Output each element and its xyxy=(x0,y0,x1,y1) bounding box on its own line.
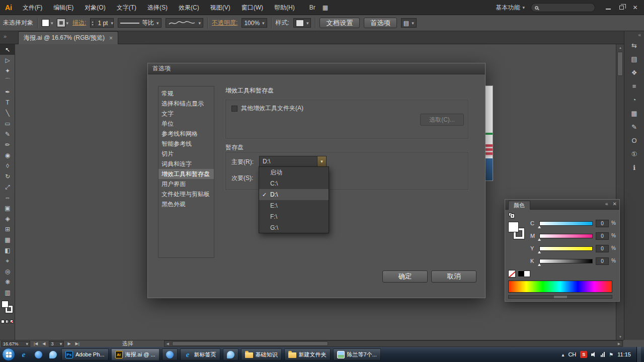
quick-launch-messenger-icon[interactable] xyxy=(32,348,44,360)
rotate-tool[interactable]: ↻ xyxy=(0,171,15,182)
next-artboard-button[interactable]: ▶ xyxy=(66,341,71,346)
graphic-styles-panel-icon[interactable]: ❖ xyxy=(624,66,644,79)
stroke-weight-stepper[interactable]: ▴▾ 1 pt ▾ xyxy=(90,18,114,28)
stroke-panel-link[interactable]: 描边: xyxy=(72,19,86,27)
category-selection-anchor[interactable]: 选择和锚点显示 xyxy=(158,99,214,109)
option-startup[interactable]: 启动 xyxy=(259,167,329,178)
action-center-flag-icon[interactable]: ⚑ xyxy=(609,352,613,357)
fill-proxy-swatch[interactable] xyxy=(508,222,519,232)
expand-dock-icon[interactable]: « xyxy=(624,31,644,39)
direct-selection-tool[interactable]: ▷ xyxy=(0,55,15,65)
black-slider[interactable] xyxy=(539,259,593,263)
style-select[interactable]: ▾ xyxy=(293,18,311,28)
scroll-left-icon[interactable]: ◀ xyxy=(165,342,171,346)
stroke-panel-icon[interactable]: ≡ xyxy=(624,79,644,93)
yellow-value-field[interactable]: 0 xyxy=(596,245,609,252)
cyan-slider[interactable] xyxy=(539,221,593,226)
horizontal-scroll-thumb[interactable] xyxy=(172,341,328,346)
menu-item-view[interactable]: 视图(V) xyxy=(205,0,236,15)
menu-item-effect[interactable]: 效果(C) xyxy=(173,0,205,15)
horizontal-scrollbar[interactable]: ◀ ▶ xyxy=(164,340,623,347)
color-panel-tab[interactable]: 颜色 xyxy=(508,201,530,210)
taskbar-button-new-folder[interactable]: 新建文件夹 xyxy=(284,348,331,360)
appearance-panel-icon[interactable]: ✎ xyxy=(624,120,644,134)
gradient-tool[interactable]: ◧ xyxy=(0,245,15,255)
option-drive-d[interactable]: ✓ D:\ xyxy=(259,189,329,200)
minimize-button[interactable] xyxy=(601,3,615,13)
column-graph-tool[interactable]: ▥ xyxy=(0,287,15,298)
category-type[interactable]: 文字 xyxy=(158,109,214,119)
panel-scrollbar[interactable] xyxy=(508,295,612,299)
menu-item-type[interactable]: 文字(T) xyxy=(111,0,142,15)
scale-tool[interactable]: ⤢ xyxy=(0,182,15,192)
start-button[interactable] xyxy=(2,348,15,361)
magenta-value-field[interactable]: 0 xyxy=(596,232,609,240)
default-colors-icon[interactable] xyxy=(509,213,516,218)
taskbar-clock[interactable]: 11:15 xyxy=(617,351,631,357)
show-desktop-button[interactable] xyxy=(636,347,641,362)
collapse-panels-icon[interactable]: » xyxy=(4,33,7,39)
option-drive-e[interactable]: E:\ xyxy=(259,200,329,211)
document-setup-button[interactable]: 文档设置 xyxy=(319,18,359,28)
cyan-slider-thumb[interactable] xyxy=(538,226,541,228)
fill-stroke-widget[interactable] xyxy=(0,300,15,318)
layers-panel-icon[interactable]: ▤ xyxy=(624,52,644,66)
menu-item-select[interactable]: 选择(S) xyxy=(142,0,173,15)
chevron-down-icon[interactable]: ▾ xyxy=(317,156,326,166)
variables-panel-icon[interactable]: ① xyxy=(624,147,644,161)
quick-launch-ie-icon[interactable]: e xyxy=(18,348,30,360)
first-artboard-button[interactable]: |◀ xyxy=(33,341,39,346)
scroll-down-icon[interactable]: ▾ xyxy=(616,333,624,340)
arrange-documents-icon[interactable]: ▦ xyxy=(323,4,328,11)
other-plugins-checkbox[interactable] xyxy=(231,106,237,112)
eyedropper-tool[interactable]: ⌖ xyxy=(0,255,15,266)
category-hyphenation[interactable]: 词典和连字 xyxy=(158,159,214,169)
symbols-panel-icon[interactable]: ▦ xyxy=(624,107,644,120)
yellow-slider[interactable] xyxy=(539,246,593,251)
line-segment-tool[interactable]: ╲ xyxy=(0,108,15,118)
dialog-title-bar[interactable]: 首选项 xyxy=(148,63,485,74)
none-swatch[interactable] xyxy=(508,270,516,278)
category-guides-grid[interactable]: 参考线和网格 xyxy=(158,129,214,139)
tab-close-icon[interactable]: × xyxy=(109,35,113,42)
eraser-tool[interactable]: ◊ xyxy=(0,160,15,171)
taskbar-button-photoshop[interactable]: Ps Adobe Ph... xyxy=(61,348,109,360)
input-language-indicator[interactable]: CH xyxy=(568,351,576,357)
primary-disk-select[interactable]: D:\ ▾ xyxy=(259,156,327,167)
quick-launch-bird-icon[interactable] xyxy=(47,348,59,360)
white-swatch[interactable] xyxy=(524,270,530,277)
zoom-level-select[interactable]: 16.67% ▾ xyxy=(1,341,30,347)
category-plugins-scratch-disks[interactable]: 增效工具和暂存盘 xyxy=(158,169,214,179)
type-tool[interactable]: T xyxy=(0,97,15,108)
scroll-right-icon[interactable]: ▶ xyxy=(616,342,622,346)
blend-tool[interactable]: ◎ xyxy=(0,266,15,277)
perspective-grid-tool[interactable]: ⊞ xyxy=(0,224,15,234)
category-user-interface[interactable]: 用户界面 xyxy=(158,179,214,189)
taskbar-button-bird[interactable] xyxy=(223,348,238,360)
category-file-clipboard[interactable]: 文件处理与剪贴板 xyxy=(158,189,214,199)
black-value-field[interactable]: 0 xyxy=(596,257,609,265)
close-panel-icon[interactable]: ✕ xyxy=(613,201,617,207)
close-button[interactable]: ✕ xyxy=(628,3,642,13)
blob-brush-tool[interactable]: ◉ xyxy=(0,150,15,160)
workspace-switcher[interactable]: 基本功能 ▾ xyxy=(496,4,525,12)
taskbar-button-illustrator[interactable]: Ai 海报.ai @ ... xyxy=(111,348,159,360)
fill-color-swatch[interactable] xyxy=(2,301,9,308)
category-units[interactable]: 单位 xyxy=(158,119,214,129)
kuler-panel-icon[interactable]: ⇆ xyxy=(624,39,644,52)
restore-button[interactable] xyxy=(615,3,628,13)
hidden-icons-button[interactable]: ▴ xyxy=(561,352,564,357)
option-drive-f[interactable]: F:\ xyxy=(259,211,329,222)
cyan-value-field[interactable]: 0 xyxy=(596,220,609,227)
brush-definition-select[interactable]: ▾ xyxy=(166,18,204,28)
option-drive-g[interactable]: G:\ xyxy=(259,222,329,233)
attributes-panel-icon[interactable]: O xyxy=(624,134,644,147)
category-black-appearance[interactable]: 黑色外观 xyxy=(158,199,214,209)
option-drive-c[interactable]: C:\ xyxy=(259,178,329,189)
fill-color-picker[interactable]: ▾ xyxy=(42,19,53,27)
rectangle-tool[interactable]: ▭ xyxy=(0,118,15,129)
info-panel-icon[interactable]: ℹ xyxy=(624,161,644,174)
vertical-scroll-thumb[interactable] xyxy=(617,52,623,76)
last-artboard-button[interactable]: ▶| xyxy=(74,341,80,346)
color-spectrum-bar[interactable] xyxy=(508,281,612,293)
